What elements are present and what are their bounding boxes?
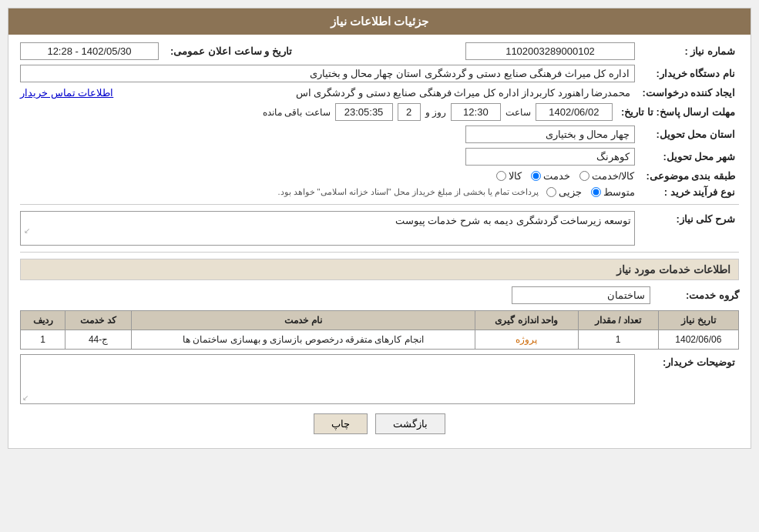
reply-remaining-label: ساعت باقی مانده (263, 107, 331, 118)
service-group-label: گروه خدمت: (662, 289, 739, 301)
button-row: بازگشت چاپ (20, 413, 739, 434)
province-value: چهار محال و بختیاری (465, 125, 635, 143)
reply-time-value: 12:30 (451, 103, 501, 121)
services-table: تاریخ نیاز تعداد / مقدار واحد اندازه گیر… (20, 310, 739, 350)
col-service-name: نام خدمت (131, 311, 475, 330)
creator-label: ایجاد کننده درخواست: (642, 87, 739, 99)
buyer-notes-label: توضیحات خریدار: (646, 354, 739, 368)
classification-label: طبقه بندی موضوعی: (646, 170, 739, 182)
reply-date-value: 1402/06/02 (536, 103, 613, 121)
buyer-org-value: اداره کل میراث فرهنگی صنایع دستی و گردشگ… (20, 65, 635, 82)
need-number-label: شماره نیاز : (646, 45, 739, 57)
col-unit: واحد اندازه گیری (475, 311, 579, 330)
col-quantity: تعداد / مقدار (578, 311, 658, 330)
purchase-type-radio-group: متوسط جزیی (546, 186, 635, 198)
contact-info-link[interactable]: اطلاعات تماس خریدار (20, 87, 113, 99)
classification-radio-group: کالا/خدمت خدمت کالا (496, 170, 635, 182)
need-desc-label: شرح کلی نیاز: (646, 211, 739, 225)
cell-unit: پروژه (475, 330, 579, 350)
back-button[interactable]: بازگشت (375, 413, 445, 434)
province-label: استان محل تحویل: (646, 129, 739, 140)
services-section-title: اطلاعات خدمات مورد نیاز (20, 259, 739, 280)
city-label: شهر محل تحویل: (646, 151, 739, 162)
cell-quantity: 1 (578, 330, 658, 350)
buyer-notes-value: ↙ (20, 354, 635, 404)
cell-row-num: 1 (21, 330, 65, 350)
reply-remaining-value: 23:05:35 (335, 103, 393, 121)
need-desc-value: توسعه زیرساخت گردشگری دیمه به شرح خدمات … (20, 211, 635, 246)
col-row-num: ردیف (21, 311, 65, 330)
cell-service-name: انجام کارهای متفرقه درخصوص بازسازی و بهس… (131, 330, 475, 350)
city-value: کوهرنگ (465, 148, 635, 166)
radio-kala-khedmat[interactable]: کالا/خدمت (579, 170, 635, 182)
cell-need-date: 1402/06/06 (658, 330, 738, 350)
purchase-type-label: نوع فرآیند خرید : (646, 186, 739, 198)
creator-value: محمدرضا راهنورد کاربرداز اداره کل میراث … (121, 87, 630, 99)
date-value: 1402/05/30 - 12:28 (20, 42, 159, 60)
col-need-date: تاریخ نیاز (658, 311, 738, 330)
reply-days-label: روز و (425, 107, 446, 118)
radio-motavaset[interactable]: متوسط (591, 186, 635, 198)
date-label: تاریخ و ساعت اعلان عمومی: (170, 45, 296, 57)
radio-khedmat[interactable]: خدمت (531, 170, 570, 182)
reply-days-value: 2 (398, 103, 421, 121)
note-text: پرداخت تمام یا بخشی از مبلغ خریداز محل "… (20, 187, 539, 197)
need-number-value: 1102003289000102 (465, 42, 635, 60)
reply-deadline-label: مهلت ارسال پاسخ: تا تاریخ: (621, 106, 739, 118)
radio-kala[interactable]: کالا (496, 170, 522, 182)
service-group-value: ساختمان (512, 286, 650, 304)
page-header: جزئیات اطلاعات نیاز (8, 8, 751, 35)
col-service-code: کد خدمت (65, 311, 132, 330)
page-title: جزئیات اطلاعات نیاز (331, 15, 428, 28)
buyer-org-label: نام دستگاه خریدار: (646, 68, 739, 79)
radio-jazee[interactable]: جزیی (546, 186, 582, 198)
table-row: 1402/06/06 1 پروژه انجام کارهای متفرقه د… (21, 330, 739, 350)
reply-time-label: ساعت (505, 107, 531, 118)
cell-service-code: ج-44 (65, 330, 132, 350)
print-button[interactable]: چاپ (314, 413, 368, 434)
